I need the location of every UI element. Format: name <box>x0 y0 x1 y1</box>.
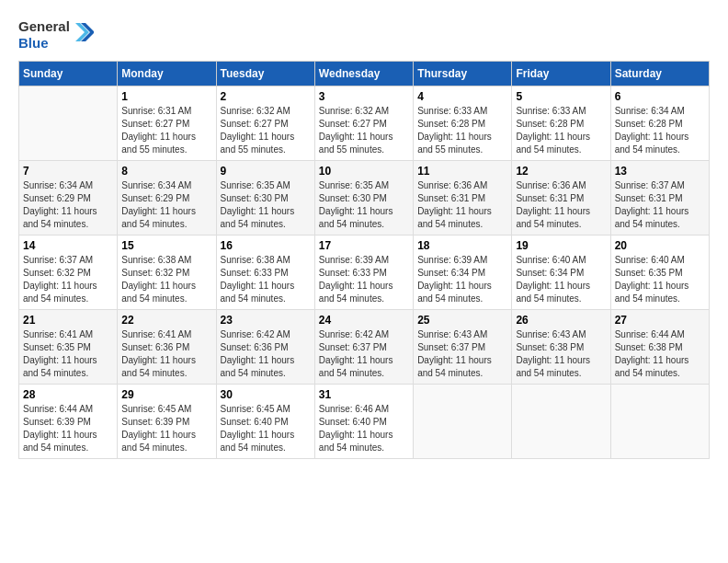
sunrise-text: Sunrise: 6:42 AM <box>319 328 409 341</box>
calendar-cell: 22 Sunrise: 6:41 AM Sunset: 6:36 PM Dayl… <box>118 310 216 385</box>
logo: General Blue <box>18 18 94 52</box>
daylight-text: Daylight: 11 hours and 55 minutes. <box>121 131 211 156</box>
daylight-text: Daylight: 11 hours and 54 minutes. <box>615 205 705 231</box>
sunrise-text: Sunrise: 6:44 AM <box>23 403 113 416</box>
daylight-text: Daylight: 11 hours and 54 minutes. <box>319 205 409 231</box>
sunrise-text: Sunrise: 6:46 AM <box>319 403 409 416</box>
sunset-text: Sunset: 6:36 PM <box>121 341 211 354</box>
sunset-text: Sunset: 6:35 PM <box>615 267 705 280</box>
col-header-sunday: Sunday <box>19 62 118 86</box>
calendar-cell: 25 Sunrise: 6:43 AM Sunset: 6:37 PM Dayl… <box>414 310 512 385</box>
day-number: 31 <box>319 388 409 401</box>
calendar-cell: 31 Sunrise: 6:46 AM Sunset: 6:40 PM Dayl… <box>314 385 413 459</box>
daylight-text: Daylight: 11 hours and 54 minutes. <box>221 354 311 380</box>
sunset-text: Sunset: 6:28 PM <box>615 118 705 131</box>
calendar-cell <box>19 86 118 161</box>
day-number: 13 <box>615 165 705 178</box>
sunset-text: Sunset: 6:39 PM <box>121 416 211 429</box>
sunrise-text: Sunrise: 6:41 AM <box>23 328 113 341</box>
calendar-cell: 6 Sunrise: 6:34 AM Sunset: 6:28 PM Dayli… <box>610 86 709 161</box>
week-row-2: 7 Sunrise: 6:34 AM Sunset: 6:29 PM Dayli… <box>19 161 710 236</box>
day-info: Sunrise: 6:44 AM Sunset: 6:39 PM Dayligh… <box>23 403 113 454</box>
day-number: 16 <box>221 239 311 252</box>
calendar-cell: 30 Sunrise: 6:45 AM Sunset: 6:40 PM Dayl… <box>216 385 314 459</box>
day-number: 12 <box>516 165 606 178</box>
calendar-cell: 7 Sunrise: 6:34 AM Sunset: 6:29 PM Dayli… <box>19 161 118 236</box>
calendar-cell: 23 Sunrise: 6:42 AM Sunset: 6:36 PM Dayl… <box>216 310 314 385</box>
day-number: 24 <box>319 314 409 327</box>
calendar-table: SundayMondayTuesdayWednesdayThursdayFrid… <box>18 61 710 459</box>
sunset-text: Sunset: 6:28 PM <box>417 118 507 131</box>
day-number: 14 <box>23 239 113 252</box>
daylight-text: Daylight: 11 hours and 54 minutes. <box>121 280 211 305</box>
week-row-3: 14 Sunrise: 6:37 AM Sunset: 6:32 PM Dayl… <box>19 236 710 310</box>
week-row-4: 21 Sunrise: 6:41 AM Sunset: 6:35 PM Dayl… <box>19 310 710 385</box>
day-number: 19 <box>516 239 606 252</box>
day-info: Sunrise: 6:33 AM Sunset: 6:28 PM Dayligh… <box>516 105 606 156</box>
sunrise-text: Sunrise: 6:34 AM <box>23 179 113 192</box>
sunrise-text: Sunrise: 6:36 AM <box>417 179 507 192</box>
daylight-text: Daylight: 11 hours and 54 minutes. <box>615 354 705 380</box>
calendar-cell: 20 Sunrise: 6:40 AM Sunset: 6:35 PM Dayl… <box>610 236 709 310</box>
page-header: General Blue <box>18 18 710 52</box>
calendar-cell: 2 Sunrise: 6:32 AM Sunset: 6:27 PM Dayli… <box>216 86 314 161</box>
calendar-cell: 14 Sunrise: 6:37 AM Sunset: 6:32 PM Dayl… <box>19 236 118 310</box>
calendar-cell: 9 Sunrise: 6:35 AM Sunset: 6:30 PM Dayli… <box>216 161 314 236</box>
daylight-text: Daylight: 11 hours and 54 minutes. <box>319 429 409 454</box>
daylight-text: Daylight: 11 hours and 54 minutes. <box>319 354 409 380</box>
calendar-cell: 1 Sunrise: 6:31 AM Sunset: 6:27 PM Dayli… <box>118 86 216 161</box>
day-number: 7 <box>23 165 113 178</box>
day-number: 1 <box>121 90 211 103</box>
day-info: Sunrise: 6:44 AM Sunset: 6:38 PM Dayligh… <box>615 328 705 380</box>
logo-chevron-icon <box>75 18 94 46</box>
sunset-text: Sunset: 6:36 PM <box>221 341 311 354</box>
calendar-cell: 16 Sunrise: 6:38 AM Sunset: 6:33 PM Dayl… <box>216 236 314 310</box>
calendar-cell <box>610 385 709 459</box>
daylight-text: Daylight: 11 hours and 54 minutes. <box>417 280 507 305</box>
day-info: Sunrise: 6:31 AM Sunset: 6:27 PM Dayligh… <box>121 105 211 156</box>
calendar-cell: 3 Sunrise: 6:32 AM Sunset: 6:27 PM Dayli… <box>314 86 413 161</box>
col-header-tuesday: Tuesday <box>216 62 314 86</box>
sunset-text: Sunset: 6:27 PM <box>221 118 311 131</box>
day-info: Sunrise: 6:37 AM Sunset: 6:32 PM Dayligh… <box>23 254 113 305</box>
daylight-text: Daylight: 11 hours and 54 minutes. <box>516 131 606 156</box>
day-number: 23 <box>221 314 311 327</box>
calendar-cell: 28 Sunrise: 6:44 AM Sunset: 6:39 PM Dayl… <box>19 385 118 459</box>
daylight-text: Daylight: 11 hours and 55 minutes. <box>221 131 311 156</box>
calendar-cell: 19 Sunrise: 6:40 AM Sunset: 6:34 PM Dayl… <box>512 236 610 310</box>
sunrise-text: Sunrise: 6:40 AM <box>615 254 705 267</box>
sunset-text: Sunset: 6:32 PM <box>121 267 211 280</box>
day-number: 26 <box>516 314 606 327</box>
day-info: Sunrise: 6:40 AM Sunset: 6:34 PM Dayligh… <box>516 254 606 305</box>
col-header-saturday: Saturday <box>610 62 709 86</box>
daylight-text: Daylight: 11 hours and 54 minutes. <box>319 280 409 305</box>
day-info: Sunrise: 6:45 AM Sunset: 6:40 PM Dayligh… <box>221 403 311 454</box>
day-number: 5 <box>516 90 606 103</box>
sunset-text: Sunset: 6:28 PM <box>516 118 606 131</box>
calendar-cell: 17 Sunrise: 6:39 AM Sunset: 6:33 PM Dayl… <box>314 236 413 310</box>
daylight-text: Daylight: 11 hours and 54 minutes. <box>121 429 211 454</box>
sunset-text: Sunset: 6:34 PM <box>516 267 606 280</box>
day-number: 6 <box>615 90 705 103</box>
sunrise-text: Sunrise: 6:37 AM <box>615 179 705 192</box>
sunset-text: Sunset: 6:38 PM <box>615 341 705 354</box>
calendar-cell: 26 Sunrise: 6:43 AM Sunset: 6:38 PM Dayl… <box>512 310 610 385</box>
sunrise-text: Sunrise: 6:38 AM <box>121 254 211 267</box>
sunset-text: Sunset: 6:31 PM <box>615 192 705 205</box>
sunset-text: Sunset: 6:30 PM <box>319 192 409 205</box>
calendar-cell: 11 Sunrise: 6:36 AM Sunset: 6:31 PM Dayl… <box>414 161 512 236</box>
day-number: 17 <box>319 239 409 252</box>
day-info: Sunrise: 6:34 AM Sunset: 6:29 PM Dayligh… <box>23 179 113 231</box>
daylight-text: Daylight: 11 hours and 55 minutes. <box>319 131 409 156</box>
calendar-cell: 8 Sunrise: 6:34 AM Sunset: 6:29 PM Dayli… <box>118 161 216 236</box>
sunset-text: Sunset: 6:39 PM <box>23 416 113 429</box>
logo-general: General <box>18 18 70 35</box>
sunrise-text: Sunrise: 6:43 AM <box>516 328 606 341</box>
sunset-text: Sunset: 6:33 PM <box>319 267 409 280</box>
daylight-text: Daylight: 11 hours and 54 minutes. <box>23 205 113 231</box>
day-info: Sunrise: 6:32 AM Sunset: 6:27 PM Dayligh… <box>221 105 311 156</box>
sunrise-text: Sunrise: 6:32 AM <box>319 105 409 118</box>
calendar-cell: 15 Sunrise: 6:38 AM Sunset: 6:32 PM Dayl… <box>118 236 216 310</box>
calendar-cell: 21 Sunrise: 6:41 AM Sunset: 6:35 PM Dayl… <box>19 310 118 385</box>
sunset-text: Sunset: 6:31 PM <box>516 192 606 205</box>
